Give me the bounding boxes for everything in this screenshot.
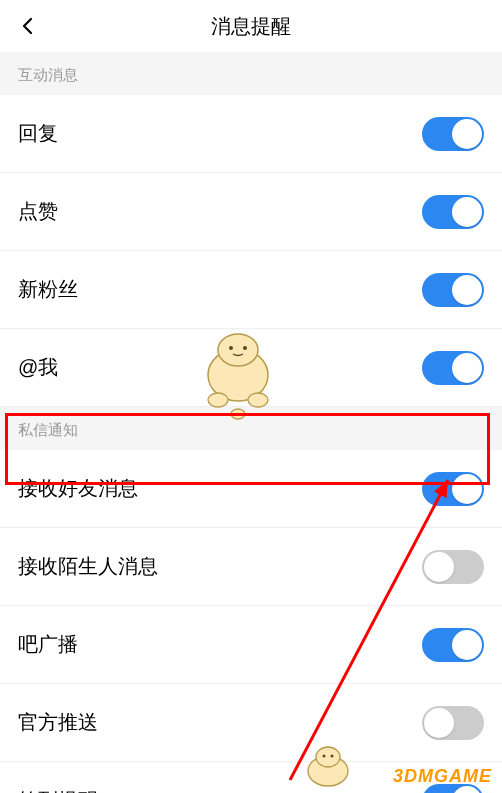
chevron-left-icon bbox=[18, 16, 38, 36]
header-bar: 消息提醒 bbox=[0, 0, 502, 52]
toggle-broadcast[interactable] bbox=[422, 628, 484, 662]
setting-row-like: 点赞 bbox=[0, 173, 502, 251]
setting-label: 签到提醒 bbox=[18, 787, 98, 793]
toggle-knob bbox=[424, 708, 454, 738]
setting-label: 回复 bbox=[18, 120, 58, 147]
toggle-knob bbox=[424, 552, 454, 582]
setting-row-stranger-msg: 接收陌生人消息 bbox=[0, 528, 502, 606]
toggle-stranger-msg[interactable] bbox=[422, 550, 484, 584]
toggle-knob bbox=[452, 197, 482, 227]
setting-row-mention: @我 bbox=[0, 329, 502, 407]
toggle-friend-msg[interactable] bbox=[422, 472, 484, 506]
setting-label: 官方推送 bbox=[18, 709, 98, 736]
section-header: 私信通知 bbox=[0, 407, 502, 450]
toggle-knob bbox=[452, 275, 482, 305]
watermark: 3DMGAME bbox=[393, 766, 492, 787]
toggle-knob bbox=[452, 474, 482, 504]
toggle-like[interactable] bbox=[422, 195, 484, 229]
setting-row-reply: 回复 bbox=[0, 95, 502, 173]
setting-label: 接收陌生人消息 bbox=[18, 553, 158, 580]
toggle-knob bbox=[452, 119, 482, 149]
toggle-knob bbox=[452, 353, 482, 383]
toggle-reply[interactable] bbox=[422, 117, 484, 151]
setting-label: 点赞 bbox=[18, 198, 58, 225]
toggle-mention[interactable] bbox=[422, 351, 484, 385]
setting-row-friend-msg: 接收好友消息 bbox=[0, 450, 502, 528]
setting-label: @我 bbox=[18, 354, 58, 381]
toggle-new-follower[interactable] bbox=[422, 273, 484, 307]
section-header: 互动消息 bbox=[0, 52, 502, 95]
setting-label: 吧广播 bbox=[18, 631, 78, 658]
setting-label: 新粉丝 bbox=[18, 276, 78, 303]
toggle-official-push[interactable] bbox=[422, 706, 484, 740]
toggle-knob bbox=[452, 630, 482, 660]
setting-row-broadcast: 吧广播 bbox=[0, 606, 502, 684]
page-title: 消息提醒 bbox=[211, 13, 291, 40]
setting-label: 接收好友消息 bbox=[18, 475, 138, 502]
watermark-text: 3DMGAME bbox=[393, 766, 492, 787]
setting-row-official-push: 官方推送 bbox=[0, 684, 502, 762]
setting-row-new-follower: 新粉丝 bbox=[0, 251, 502, 329]
back-button[interactable] bbox=[16, 14, 40, 38]
